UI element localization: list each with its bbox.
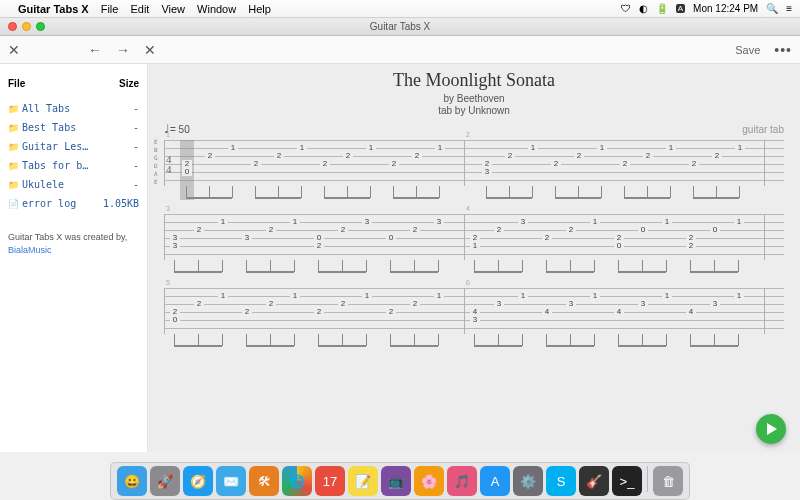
dock-photos-icon[interactable]: 🌸 <box>414 466 444 496</box>
note-column[interactable]: 0 <box>386 214 396 274</box>
note-column[interactable]: 1 <box>434 288 444 348</box>
nav-back-button[interactable]: ← <box>88 42 102 58</box>
note-column[interactable]: 1 <box>662 288 672 348</box>
note-column[interactable]: 1 <box>590 214 600 274</box>
save-button[interactable]: Save <box>735 44 760 56</box>
note-column[interactable]: 23 <box>482 140 492 200</box>
note-column[interactable]: 43 <box>470 288 480 348</box>
dock-tv-icon[interactable]: 📺 <box>381 466 411 496</box>
dock-notes-icon[interactable]: 📝 <box>348 466 378 496</box>
note-column[interactable]: 2 <box>643 140 653 200</box>
dock-skype-icon[interactable]: S <box>546 466 576 496</box>
note-column[interactable]: 20 <box>170 288 180 348</box>
note-column[interactable]: 2 <box>194 288 204 348</box>
menubar-hamburger-icon[interactable]: ≡ <box>786 3 792 14</box>
note-column[interactable]: 3 <box>710 288 720 348</box>
note-column[interactable]: 21 <box>470 214 480 274</box>
dock-trash-icon[interactable]: 🗑 <box>653 466 683 496</box>
dock-finder-icon[interactable]: 😀 <box>117 466 147 496</box>
note-column[interactable]: 2 <box>551 140 561 200</box>
note-column[interactable]: 2 <box>194 214 204 274</box>
note-column[interactable]: 1 <box>366 140 376 200</box>
note-column[interactable]: 2 <box>338 288 348 348</box>
note-column[interactable]: 1 <box>435 140 445 200</box>
note-column[interactable]: 1 <box>734 214 744 274</box>
note-column[interactable]: 0 <box>710 214 720 274</box>
more-menu-button[interactable]: ••• <box>774 42 792 58</box>
note-column[interactable]: 2 <box>386 288 396 348</box>
note-column[interactable]: 2 <box>412 140 422 200</box>
note-column[interactable]: 3 <box>362 214 372 274</box>
status-shield-icon[interactable]: 🛡 <box>621 3 631 14</box>
dock-chrome-icon[interactable]: 🌐 <box>282 466 312 496</box>
note-column[interactable]: 2 <box>410 214 420 274</box>
dock-guitar-icon[interactable]: 🎸 <box>579 466 609 496</box>
note-column[interactable]: 1 <box>528 140 538 200</box>
note-column[interactable]: 20 <box>182 140 192 200</box>
note-column[interactable]: 02 <box>314 214 324 274</box>
note-column[interactable]: 2 <box>343 140 353 200</box>
status-dnd-icon[interactable]: ◐ <box>639 3 648 14</box>
note-column[interactable]: 1 <box>290 214 300 274</box>
nav-forward-button[interactable]: → <box>116 42 130 58</box>
note-column[interactable]: 2 <box>542 214 552 274</box>
note-column[interactable]: 33 <box>170 214 180 274</box>
spotlight-icon[interactable]: 🔍 <box>766 3 778 14</box>
note-column[interactable]: 1 <box>218 288 228 348</box>
close-tab-button[interactable]: ✕ <box>8 42 20 58</box>
note-column[interactable]: 2 <box>338 214 348 274</box>
note-column[interactable]: 1 <box>662 214 672 274</box>
sidebar-item-3[interactable]: 📁Tabs for b…- <box>6 156 141 175</box>
note-column[interactable]: 2 <box>389 140 399 200</box>
window-minimize-button[interactable] <box>22 22 31 31</box>
note-column[interactable]: 1 <box>228 140 238 200</box>
sidebar-item-0[interactable]: 📁All Tabs- <box>6 99 141 118</box>
dock-tool-icon[interactable]: 🛠 <box>249 466 279 496</box>
note-column[interactable]: 3 <box>638 288 648 348</box>
sidebar-item-4[interactable]: 📁Ukulele- <box>6 175 141 194</box>
note-column[interactable]: 3 <box>494 288 504 348</box>
menubar-clock[interactable]: Mon 12:24 PM <box>693 3 758 14</box>
note-column[interactable]: 1 <box>297 140 307 200</box>
sidebar-item-1[interactable]: 📁Best Tabs- <box>6 118 141 137</box>
menu-view[interactable]: View <box>161 3 185 15</box>
dock-safari-icon[interactable]: 🧭 <box>183 466 213 496</box>
note-column[interactable]: 2 <box>314 288 324 348</box>
note-column[interactable]: 1 <box>735 140 745 200</box>
sidebar-footer-link[interactable]: BialaMusic <box>8 245 52 255</box>
note-column[interactable]: 2 <box>689 140 699 200</box>
note-column[interactable]: 2 <box>620 140 630 200</box>
menu-file[interactable]: File <box>101 3 119 15</box>
note-column[interactable]: 2 <box>320 140 330 200</box>
tab-system-2[interactable]: 3433213210223023212322120012201 <box>164 214 784 284</box>
note-column[interactable]: 4 <box>542 288 552 348</box>
note-column[interactable]: 1 <box>290 288 300 348</box>
note-column[interactable]: 3 <box>434 214 444 274</box>
note-column[interactable]: 2 <box>266 288 276 348</box>
note-column[interactable]: 20 <box>614 214 624 274</box>
note-column[interactable]: 3 <box>566 288 576 348</box>
note-column[interactable]: 1 <box>597 140 607 200</box>
note-column[interactable]: 2 <box>274 140 284 200</box>
note-column[interactable]: 22 <box>686 214 696 274</box>
window-close-button[interactable] <box>8 22 17 31</box>
menu-edit[interactable]: Edit <box>130 3 149 15</box>
note-column[interactable]: 1 <box>734 288 744 348</box>
note-column[interactable]: 3 <box>242 214 252 274</box>
dock-calendar-icon[interactable]: 17 <box>315 466 345 496</box>
tab-system-1[interactable]: 12EBGDAE4420212212212212321221221221 <box>164 140 784 210</box>
note-column[interactable]: 2 <box>505 140 515 200</box>
sidebar-item-2[interactable]: 📁Guitar_Les…- <box>6 137 141 156</box>
note-column[interactable]: 1 <box>362 288 372 348</box>
note-column[interactable]: 2 <box>712 140 722 200</box>
menu-window[interactable]: Window <box>197 3 236 15</box>
window-zoom-button[interactable] <box>36 22 45 31</box>
dock-appstore-icon[interactable]: A <box>480 466 510 496</box>
note-column[interactable]: 0 <box>638 214 648 274</box>
dock-mail-icon[interactable]: ✉️ <box>216 466 246 496</box>
note-column[interactable]: 2 <box>494 214 504 274</box>
status-battery-icon[interactable]: 🔋 <box>656 3 668 14</box>
dock-launchpad-icon[interactable]: 🚀 <box>150 466 180 496</box>
note-column[interactable]: 2 <box>205 140 215 200</box>
note-column[interactable]: 1 <box>666 140 676 200</box>
